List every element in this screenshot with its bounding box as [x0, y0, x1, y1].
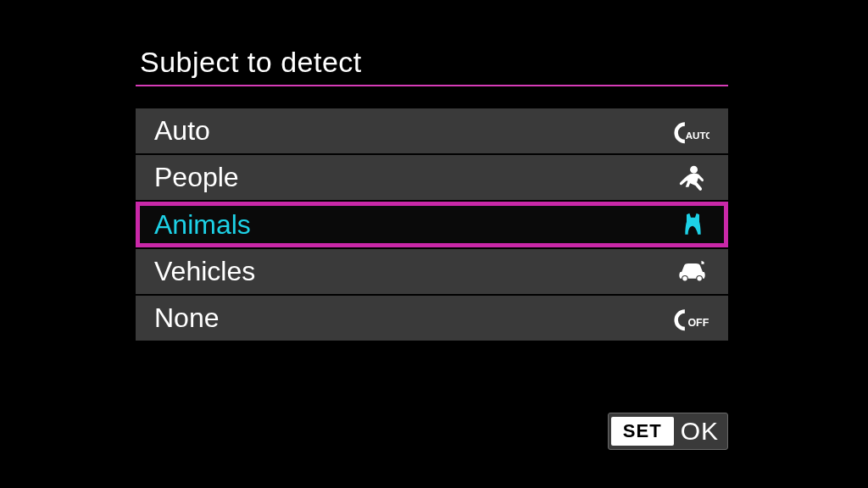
- auto-icon: AUTO: [672, 116, 709, 147]
- svg-point-5: [697, 276, 701, 280]
- svg-text:AUTO: AUTO: [686, 130, 709, 140]
- set-button: SET: [611, 417, 674, 446]
- camera-menu-screen: Subject to detect Auto AUTO People An: [0, 0, 868, 488]
- menu-item-auto[interactable]: Auto AUTO: [136, 108, 728, 153]
- menu-list: Auto AUTO People Animals: [136, 108, 728, 342]
- ok-label: OK: [681, 417, 719, 446]
- footer-action[interactable]: SET OK: [608, 413, 728, 450]
- menu-item-label: Animals: [154, 209, 251, 241]
- animal-icon: [672, 209, 709, 240]
- svg-point-3: [682, 276, 687, 280]
- vehicle-icon: [672, 257, 709, 287]
- svg-point-1: [690, 165, 698, 173]
- menu-item-label: None: [154, 302, 220, 334]
- person-icon: [672, 163, 709, 193]
- menu-item-none[interactable]: None OFF: [136, 296, 728, 341]
- title-underline: [136, 85, 728, 86]
- off-icon: OFF: [672, 303, 709, 334]
- menu-item-label: Auto: [154, 115, 210, 147]
- menu-item-label: People: [154, 162, 239, 193]
- menu-item-label: Vehicles: [154, 256, 255, 287]
- title-area: Subject to detect: [140, 46, 728, 79]
- page-title: Subject to detect: [140, 46, 728, 79]
- menu-item-animals[interactable]: Animals: [136, 202, 728, 247]
- svg-text:OFF: OFF: [687, 316, 709, 328]
- menu-item-people[interactable]: People: [136, 155, 728, 200]
- menu-item-vehicles[interactable]: Vehicles: [136, 249, 728, 294]
